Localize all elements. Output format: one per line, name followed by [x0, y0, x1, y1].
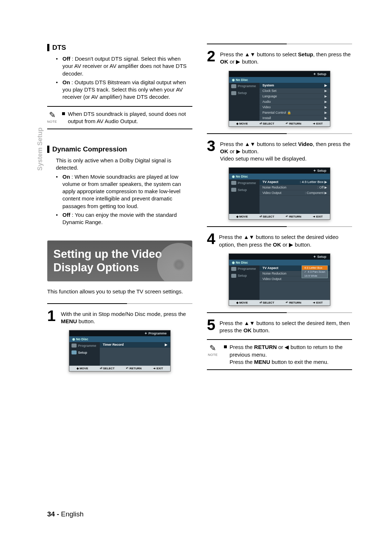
t: Press the	[230, 344, 254, 350]
osd-side: Setup	[238, 188, 247, 192]
osd-select: SELECT	[263, 215, 274, 218]
osd-return: RETURN	[289, 215, 301, 218]
osd-tv-aspect-popup: ✦ Setup ◉ No Disc Programme Setup TV Asp…	[229, 253, 330, 306]
programme-icon	[231, 267, 236, 271]
dyn-heading: Dynamic Compression	[47, 145, 192, 153]
t: MENU	[254, 359, 270, 365]
video-options-header: Setting up the Video Display Options	[47, 240, 192, 281]
t: button to exit the menu.	[270, 359, 328, 365]
osd-row: Video	[262, 105, 271, 109]
dts-on-text: : Outputs DTS Bitstream via digital outp…	[62, 79, 186, 100]
osd-move: MOVE	[239, 301, 248, 304]
osd-select: SELECT	[103, 367, 115, 370]
divider	[207, 312, 352, 313]
osd-side-setup: Setup	[78, 351, 87, 354]
t: RETURN	[254, 344, 277, 350]
osd-row: System	[262, 84, 274, 87]
note-icon: ✎	[47, 110, 57, 120]
t: OK	[273, 241, 281, 248]
osd-side: Programme	[238, 181, 256, 185]
osd-row: TV Aspect	[262, 180, 278, 184]
t: Press the ▲▼ buttons to select	[220, 51, 298, 57]
video-options-title: Setting up the Video Display Options	[53, 248, 162, 274]
osd-side-programme: Programme	[78, 344, 96, 348]
osd-row: Noise Reduction	[262, 186, 286, 189]
label-off: Off	[62, 212, 70, 218]
osd-row: Audio	[262, 100, 271, 103]
t: Setup	[298, 51, 313, 57]
popup-item: 16:9 Wide	[302, 274, 327, 278]
t: OK	[220, 148, 228, 154]
osd-exit: EXIT	[316, 215, 323, 218]
t: Press the ▲▼ buttons to select	[220, 141, 298, 147]
osd-return: RETURN	[130, 367, 142, 370]
step-3: 3 Press the ▲▼ buttons to select Video, …	[207, 139, 352, 163]
disc-icon	[157, 243, 192, 281]
dyn-on-bullet: • On : When Movie soundtracks are played…	[56, 173, 192, 210]
divider	[207, 44, 352, 44]
osd-programme: ✦ Programme ◉ No Disc Programme Setup Ti…	[69, 330, 171, 371]
osd-nodisc: No Disc	[236, 78, 248, 82]
dts-on-bullet: • On : Outputs DTS Bitstream via digital…	[56, 79, 192, 101]
osd-move: MOVE	[239, 215, 248, 218]
osd-val: : 4:3 Letter Box	[300, 180, 324, 184]
heading-bar-icon	[47, 146, 49, 153]
square-bullet-icon	[224, 345, 227, 348]
step-number: 1	[47, 309, 57, 325]
label-off: Off	[62, 56, 70, 62]
final-note: ✎ NOTE Press the RETURN or ◀ button to r…	[207, 339, 352, 370]
osd-side: Setup	[238, 274, 247, 277]
osd-move: MOVE	[239, 122, 248, 125]
t: or ▶ button.	[228, 148, 259, 154]
osd-row: Language	[262, 94, 277, 98]
osd-move: MOVE	[79, 367, 88, 370]
dts-off-bullet: • Off : Doesn't output DTS signal. Selec…	[56, 55, 192, 77]
t: OK	[244, 327, 252, 333]
divider	[47, 303, 192, 304]
setup-icon	[72, 350, 77, 354]
osd-row: Video Output	[262, 191, 281, 195]
osd-row: TV Aspect	[262, 266, 278, 270]
note-icon: ✎	[207, 344, 219, 353]
osd-title: Setup	[317, 72, 326, 76]
osd-setup-system: ✦ Setup ◉ No Disc Programme Setup System…	[229, 71, 330, 127]
dyn-on-text: : When Movie soundtracks are played at l…	[62, 174, 181, 209]
setup-icon	[231, 91, 236, 95]
square-bullet-icon	[62, 112, 65, 115]
dyn-title: Dynamic Compression	[52, 145, 127, 153]
step-2: 2 Press the ▲▼ buttons to select Setup, …	[207, 49, 352, 66]
step-number: 2	[207, 49, 216, 66]
osd-exit: EXIT	[316, 301, 323, 304]
osd-title: Setup	[317, 169, 326, 172]
label-on: On	[62, 174, 70, 180]
note-label: NOTE	[207, 353, 219, 357]
setup-icon	[231, 274, 236, 278]
osd-val: : Off	[318, 186, 324, 189]
t: Press the	[230, 359, 254, 365]
osd-row: Video Output	[262, 277, 281, 281]
osd-side: Programme	[238, 267, 256, 271]
step-5: 5 Press the ▲▼ buttons to select the des…	[207, 318, 352, 334]
osd-select: SELECT	[263, 122, 274, 125]
programme-icon	[72, 344, 77, 348]
note-label: NOTE	[47, 120, 57, 123]
osd-row: Noise Reduction	[262, 272, 286, 275]
label-on: On	[62, 79, 70, 85]
osd-exit: EXIT	[156, 367, 163, 370]
osd-return: RETURN	[289, 122, 301, 125]
t: Video	[298, 141, 313, 147]
dts-title: DTS	[52, 44, 66, 52]
step-number: 3	[207, 139, 216, 163]
divider	[207, 226, 352, 227]
popup-item: 4:3 Letter Box	[302, 266, 327, 270]
page-footer: 34 - English	[47, 510, 83, 518]
osd-val: : Component	[305, 191, 324, 195]
step-1: 1 With the unit in Stop mode/No Disc mod…	[47, 309, 192, 325]
osd-nodisc: No Disc	[236, 175, 248, 178]
dyn-off-text: : You can enjoy the movie with the stand…	[62, 212, 177, 225]
dts-heading: DTS	[47, 44, 192, 52]
osd-side: Setup	[238, 91, 247, 95]
osd-exit: EXIT	[316, 122, 323, 125]
t: button.	[252, 327, 270, 333]
right-column: 2 Press the ▲▼ buttons to select Setup, …	[207, 44, 352, 371]
